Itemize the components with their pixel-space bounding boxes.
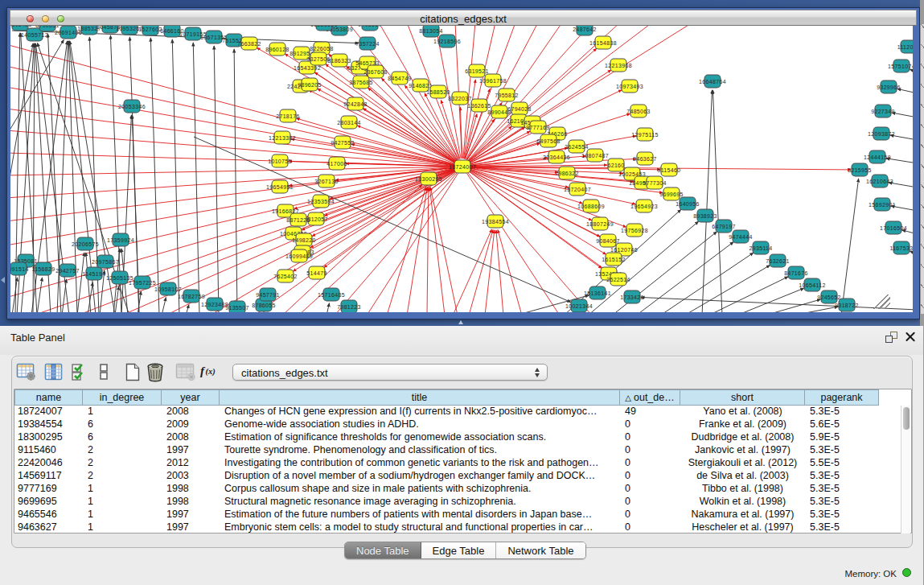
graph-node[interactable]: 12213382 — [269, 131, 296, 144]
edge-red[interactable] — [387, 187, 426, 312]
column-header-in_degree[interactable]: in_degree — [83, 389, 162, 406]
cell-title[interactable]: Structural magnetic resonance image aver… — [220, 496, 620, 509]
edge-black[interactable] — [636, 242, 733, 312]
cell-year[interactable]: 1997 — [162, 509, 220, 521]
edge-black[interactable] — [172, 39, 179, 312]
graph-node[interactable]: 3624554 — [565, 140, 589, 153]
cell-out_de[interactable]: 0 — [620, 431, 680, 444]
graph-node[interactable]: 19756928 — [621, 224, 648, 237]
graph-node[interactable]: 62160 — [607, 159, 624, 171]
collapse-arrow-icon[interactable] — [1, 277, 5, 283]
cell-year[interactable]: 2003 — [162, 470, 220, 483]
edge-black[interactable] — [910, 69, 913, 72]
row-height-icon[interactable] — [99, 362, 109, 381]
table-settings-icon[interactable] — [16, 362, 36, 381]
edge-black[interactable] — [186, 305, 189, 312]
table-row[interactable]: 969969511998Structural magnetic resonanc… — [14, 496, 911, 509]
edge-black[interactable] — [702, 90, 713, 312]
function-builder-icon[interactable]: f (x) — [199, 362, 220, 380]
graph-node[interactable]: 9329966 — [877, 80, 901, 93]
graph-node[interactable]: 1527602 — [138, 26, 162, 35]
graph-node[interactable]: 20206575 — [72, 237, 99, 250]
cell-in_degree[interactable]: 1 — [83, 496, 162, 509]
cell-out_de[interactable]: 0 — [620, 444, 680, 457]
split-pane-grip-icon[interactable] — [458, 320, 465, 325]
graph-node[interactable]: 16210643 — [866, 175, 893, 187]
edge-black[interactable] — [902, 230, 913, 234]
cell-pagerank[interactable]: 5.3E-5 — [805, 496, 879, 509]
cell-short[interactable]: Franke et al. (2009) — [680, 418, 805, 431]
graph-node[interactable]: 17016504 — [880, 221, 907, 234]
cell-year[interactable]: 1997 — [162, 521, 220, 534]
edge-black[interactable] — [841, 179, 859, 312]
cell-name[interactable]: 9465546 — [14, 509, 83, 521]
column-header-out_de[interactable]: △out_de… — [620, 389, 680, 406]
network-canvas[interactable]: 9605425140557128700531206914061885327104… — [10, 26, 913, 312]
graph-node[interactable]: 514479 — [306, 266, 326, 279]
edge-red[interactable] — [10, 167, 454, 175]
cell-pagerank[interactable]: 5.3E-5 — [805, 406, 879, 418]
window-titlebar[interactable]: citations_edges.txt — [10, 10, 917, 26]
cell-short[interactable]: Jankovic et al. (1997) — [680, 444, 805, 457]
graph-node[interactable]: 9318722 — [835, 299, 859, 311]
table-row[interactable]: 1456911722003Disruption of a novel membe… — [14, 470, 911, 483]
edge-black[interactable] — [62, 279, 67, 312]
cell-name[interactable]: 19384554 — [14, 418, 83, 431]
graph-node[interactable]: 15751074 — [888, 60, 913, 72]
cell-short[interactable]: Tibbo et al. (1998) — [680, 483, 805, 496]
edge-red[interactable] — [469, 230, 493, 312]
edge-black[interactable] — [326, 303, 330, 312]
edge-black[interactable] — [793, 307, 838, 312]
edge-black[interactable] — [162, 298, 166, 312]
edge-red[interactable] — [430, 187, 458, 312]
delete-icon[interactable] — [146, 362, 165, 382]
table-row[interactable]: 946554611997Estimation of the future num… — [14, 509, 911, 521]
edge-red[interactable] — [309, 90, 455, 163]
graph-node[interactable]: 10807487 — [581, 149, 609, 162]
edge-black[interactable] — [737, 288, 804, 312]
edge-black[interactable] — [10, 43, 33, 201]
table-row[interactable]: 1830029562008Estimation of significance … — [14, 431, 911, 444]
column-header-name[interactable]: name — [14, 389, 83, 406]
tab-network-table[interactable]: Network Table — [496, 542, 585, 558]
cell-in_degree[interactable]: 2 — [83, 444, 162, 457]
graph-node[interactable]: 8960128 — [265, 43, 290, 56]
cell-out_de[interactable]: 0 — [620, 496, 680, 509]
show-columns-icon[interactable] — [44, 362, 64, 381]
graph-node[interactable]: 8813054 — [419, 26, 443, 37]
edge-red[interactable] — [318, 89, 455, 163]
cell-out_de[interactable]: 0 — [620, 483, 680, 496]
close-icon[interactable] — [905, 331, 915, 341]
cell-in_degree[interactable]: 2 — [83, 470, 162, 483]
cell-year[interactable]: 2012 — [162, 457, 220, 470]
cell-pagerank[interactable]: 5.3E-5 — [805, 470, 879, 483]
graph-node[interactable]: 9405567 — [358, 26, 382, 31]
edge-black[interactable] — [37, 278, 42, 312]
graph-node[interactable]: 12923488 — [201, 298, 228, 311]
scrollbar-thumb[interactable] — [903, 407, 910, 430]
graph-node[interactable]: 9115460 — [657, 163, 680, 176]
graph-node[interactable]: 9474444 — [729, 230, 753, 243]
cell-title[interactable]: Corpus callosum shape and size in male p… — [220, 483, 620, 496]
graph-node[interactable]: 391514 — [10, 262, 29, 275]
cell-in_degree[interactable]: 1 — [83, 483, 162, 496]
graph-node[interactable]: 7625402 — [273, 270, 298, 282]
edge-red[interactable] — [10, 167, 454, 221]
cell-short[interactable]: Wolkin et al. (1998) — [680, 496, 805, 509]
edge-red[interactable] — [363, 109, 455, 163]
edge-red[interactable] — [407, 187, 427, 312]
cell-name[interactable]: 18724007 — [14, 406, 83, 418]
graph-node[interactable]: 7981223 — [337, 300, 361, 312]
cell-short[interactable]: Hescheler et al. (1997) — [680, 521, 805, 534]
cell-title[interactable]: Investigating the contribution of common… — [220, 457, 620, 470]
cell-year[interactable]: 1998 — [162, 496, 220, 509]
tab-node-table[interactable]: Node Table — [345, 542, 421, 558]
graph-node[interactable]: 9135507 — [225, 301, 249, 312]
cell-name[interactable]: 18300295 — [14, 431, 83, 444]
table-row[interactable]: 2242004622012Investigating the contribut… — [14, 457, 911, 470]
edge-black[interactable] — [910, 251, 913, 254]
cell-pagerank[interactable]: 5.6E-5 — [805, 418, 879, 431]
select-rows-icon[interactable] — [71, 362, 88, 381]
cell-out_de[interactable]: 0 — [620, 521, 680, 534]
graph-node[interactable]: 7485063 — [626, 105, 651, 117]
